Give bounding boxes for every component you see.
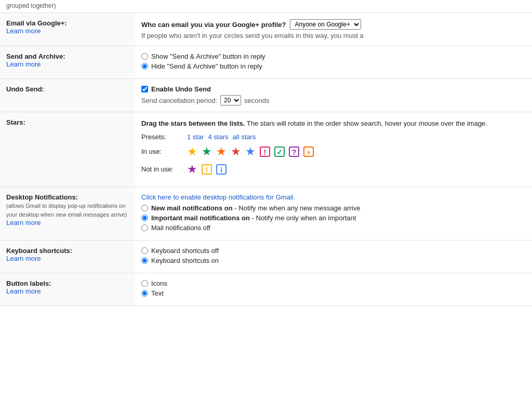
send-archive-show-label[interactable]: Show "Send & Archive" button in reply — [151, 52, 265, 60]
notif-new-option: New mail notifications on - Notify me wh… — [141, 204, 526, 212]
button-labels-row: Button labels: Learn more Icons Text — [0, 273, 532, 305]
cancellation-text: Send cancellation period: — [141, 97, 217, 104]
undo-send-label[interactable]: Enable Undo Send — [151, 85, 211, 93]
star-purple-icon[interactable]: ★ — [187, 163, 197, 176]
button-text-label[interactable]: Text — [151, 289, 164, 297]
notif-new-label[interactable]: New mail notifications on - Notify me wh… — [151, 204, 360, 212]
star-orange-icon[interactable]: ★ — [216, 145, 227, 158]
email-google-plus-label-cell: Email via Google+: Learn more — [0, 13, 135, 46]
send-archive-hide-option: Hide "Send & Archive" button in reply — [141, 62, 526, 70]
keyboard-off-label[interactable]: Keyboard shortcuts off — [151, 247, 219, 255]
settings-table: Email via Google+: Learn more Who can em… — [0, 13, 532, 306]
star-blue-icon[interactable]: ★ — [245, 145, 256, 158]
notif-new-desc: - Notify me when any new message arrive — [233, 204, 361, 212]
stars-desc-rest: The stars will rotate in the order show … — [247, 119, 487, 127]
notif-important-label[interactable]: Important mail notifications on - Notify… — [151, 214, 356, 222]
not-in-use-label: Not in use: — [141, 165, 183, 173]
in-use-label: In use: — [141, 148, 183, 155]
send-archive-label-cell: Send and Archive: Learn more — [0, 46, 135, 79]
preset-allstars-link[interactable]: all stars — [233, 133, 256, 141]
undo-send-row: Undo Send: Enable Undo Send Send cancell… — [0, 79, 532, 112]
notif-important-radio[interactable] — [141, 215, 148, 221]
desktop-notifications-content: Click here to enable desktop notificatio… — [135, 187, 532, 240]
send-archive-hide-label[interactable]: Hide "Send & Archive" button in reply — [151, 62, 262, 70]
notif-new-bold: New mail notifications on — [151, 204, 233, 212]
button-icons-option: Icons — [141, 280, 526, 287]
notif-important-option: Important mail notifications on - Notify… — [141, 214, 526, 222]
email-google-plus-desc: If people who aren't in your circles sen… — [141, 32, 526, 39]
enable-notifications-link[interactable]: Click here to enable desktop notificatio… — [141, 193, 526, 201]
email-google-plus-row: Email via Google+: Learn more Who can em… — [0, 13, 532, 46]
notif-important-bold: Important mail notifications on — [151, 214, 250, 222]
keyboard-on-option: Keyboard shortcuts on — [141, 257, 526, 264]
button-labels-content: Icons Text — [135, 273, 532, 305]
desktop-notifications-subdesc2: your desktop when new email messages arr… — [6, 211, 129, 219]
notif-off-label[interactable]: Mail notifications off — [151, 224, 210, 232]
notif-new-radio[interactable] — [141, 205, 148, 211]
cancellation-period-select[interactable]: 5 10 20 30 — [220, 95, 241, 105]
notif-important-desc: - Notify me only when an important — [250, 214, 356, 222]
send-archive-content: Show "Send & Archive" button in reply Hi… — [135, 46, 532, 79]
preset-1star-link[interactable]: 1 star — [187, 133, 204, 141]
undo-send-label-cell: Undo Send: — [0, 79, 135, 112]
desktop-notifications-learn-more[interactable]: Learn more — [6, 219, 41, 227]
keyboard-off-option: Keyboard shortcuts off — [141, 247, 526, 255]
top-label: grouped together) — [0, 0, 532, 13]
not-in-use-row: Not in use: ★ ! i — [141, 163, 526, 176]
email-google-plus-question-row: Who can email you via your Google+ profi… — [141, 19, 526, 30]
desktop-notifications-subdesc1: (allows Gmail to display pop-up notifica… — [6, 202, 129, 210]
undo-send-title: Undo Send: — [6, 85, 129, 93]
desktop-notifications-title: Desktop Notifications: — [6, 193, 129, 201]
star-red-icon[interactable]: ★ — [231, 145, 241, 158]
chevron-orange-icon[interactable]: » — [303, 147, 314, 157]
keyboard-shortcuts-label-cell: Keyboard shortcuts: Learn more — [0, 240, 135, 273]
button-text-radio[interactable] — [141, 290, 148, 297]
button-icons-radio[interactable] — [141, 280, 148, 287]
button-labels-title: Button labels: — [6, 280, 129, 287]
button-text-option: Text — [141, 289, 526, 297]
button-labels-label-cell: Button labels: Learn more — [0, 273, 135, 305]
exclaim-yellow-icon[interactable]: ! — [202, 164, 212, 175]
send-archive-show-radio[interactable] — [141, 53, 148, 60]
stars-label-cell: Stars: — [0, 112, 135, 187]
stars-title: Stars: — [6, 118, 129, 126]
email-google-plus-content: Who can email you via your Google+ profi… — [135, 13, 532, 46]
keyboard-shortcuts-learn-more[interactable]: Learn more — [6, 255, 41, 262]
send-archive-title: Send and Archive: — [6, 52, 129, 60]
star-green-icon[interactable]: ★ — [202, 145, 212, 158]
google-plus-dropdown[interactable]: Anyone on Google+ — [290, 19, 361, 30]
cancellation-period-row: Send cancellation period: 5 10 20 30 sec… — [141, 95, 526, 105]
send-archive-show-option: Show "Send & Archive" button in reply — [141, 52, 526, 60]
send-archive-learn-more[interactable]: Learn more — [6, 60, 41, 68]
undo-send-content: Enable Undo Send Send cancellation perio… — [135, 79, 532, 112]
keyboard-shortcuts-row: Keyboard shortcuts: Learn more Keyboard … — [0, 240, 532, 273]
keyboard-on-label[interactable]: Keyboard shortcuts on — [151, 257, 219, 264]
keyboard-on-radio[interactable] — [141, 257, 148, 264]
stars-content: Drag the stars between the lists. The st… — [135, 112, 532, 187]
desktop-notifications-row: Desktop Notifications: (allows Gmail to … — [0, 187, 532, 240]
email-google-plus-learn-more[interactable]: Learn more — [6, 27, 41, 35]
check-green-icon[interactable]: ✓ — [274, 147, 285, 157]
exclaim-pink-icon[interactable]: ! — [260, 147, 270, 157]
preset-4stars-link[interactable]: 4 stars — [208, 133, 229, 141]
star-gold-icon[interactable]: ★ — [187, 145, 197, 158]
presets-label: Presets: — [141, 133, 183, 141]
stars-desc: Drag the stars between the lists. The st… — [141, 118, 526, 129]
stars-desc-bold: Drag the stars between the lists. — [141, 119, 245, 127]
keyboard-shortcuts-title: Keyboard shortcuts: — [6, 247, 129, 255]
email-google-plus-title: Email via Google+: — [6, 19, 129, 27]
button-icons-label[interactable]: Icons — [151, 280, 167, 287]
seconds-label: seconds — [244, 97, 269, 104]
question-purple-icon[interactable]: ? — [289, 147, 299, 157]
undo-send-checkbox-option: Enable Undo Send — [141, 85, 526, 93]
info-blue-icon[interactable]: i — [216, 164, 227, 175]
send-archive-hide-radio[interactable] — [141, 63, 148, 70]
page-container: grouped together) Email via Google+: Lea… — [0, 0, 532, 399]
desktop-notifications-label-cell: Desktop Notifications: (allows Gmail to … — [0, 187, 135, 240]
notif-off-radio[interactable] — [141, 224, 148, 231]
in-use-row: In use: ★ ★ ★ ★ ★ ! ✓ ? » — [141, 145, 526, 158]
button-labels-learn-more[interactable]: Learn more — [6, 287, 41, 295]
undo-send-checkbox[interactable] — [141, 86, 148, 92]
grouped-label: grouped together) — [6, 2, 56, 9]
keyboard-off-radio[interactable] — [141, 247, 148, 254]
